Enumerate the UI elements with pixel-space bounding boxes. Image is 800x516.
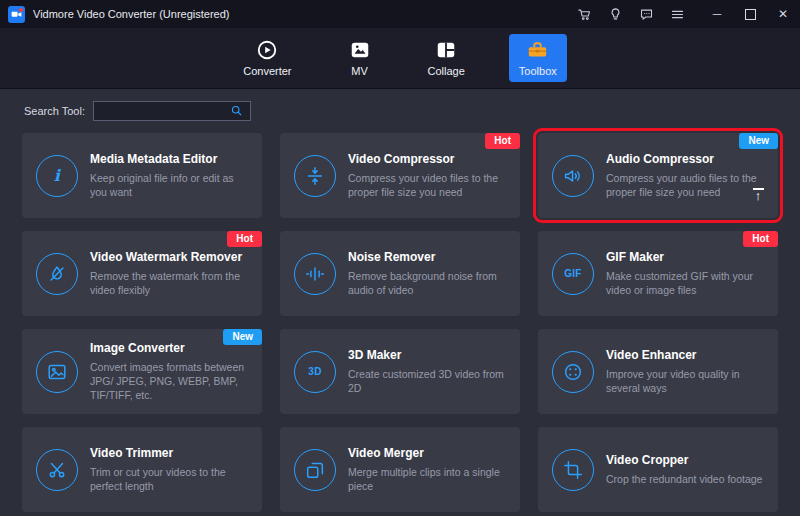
tool-card-text: Media Metadata EditorKeep original file … bbox=[90, 152, 250, 199]
tool-card-description: Improve your video quality in several wa… bbox=[606, 367, 766, 395]
collage-icon bbox=[435, 39, 457, 61]
hot-badge: Hot bbox=[227, 231, 262, 247]
record-dot-icon bbox=[19, 8, 23, 12]
new-badge: New bbox=[223, 329, 262, 345]
trim-icon bbox=[36, 449, 78, 491]
search-label: Search Tool: bbox=[24, 105, 85, 117]
noise-icon bbox=[294, 253, 336, 295]
search-input[interactable] bbox=[94, 102, 224, 120]
tool-card-video-enhancer[interactable]: Video EnhancerImprove your video quality… bbox=[538, 329, 778, 414]
hot-badge: Hot bbox=[743, 231, 778, 247]
toolbox-grid: iMedia Metadata EditorKeep original file… bbox=[0, 121, 800, 512]
tool-card-title: 3D Maker bbox=[348, 348, 508, 362]
tool-card-image-converter[interactable]: Image ConverterConvert images formats be… bbox=[22, 329, 262, 414]
tool-card-text: Video TrimmerTrim or cut your videos to … bbox=[90, 446, 250, 493]
mv-icon bbox=[349, 39, 371, 61]
tool-card-video-merger[interactable]: Video MergerMerge multiple clips into a … bbox=[280, 427, 520, 512]
tool-card-media-metadata-editor[interactable]: iMedia Metadata EditorKeep original file… bbox=[22, 133, 262, 218]
tool-card-video-watermark-remover[interactable]: Video Watermark RemoverRemove the waterm… bbox=[22, 231, 262, 316]
toolbox-icon bbox=[526, 39, 549, 61]
search-box bbox=[93, 101, 251, 121]
tool-card-title: Video Compressor bbox=[348, 152, 508, 166]
tool-card-text: GIF MakerMake customized GIF with your v… bbox=[606, 250, 766, 297]
gif-icon: GIF bbox=[552, 253, 594, 295]
image-icon bbox=[36, 351, 78, 393]
tool-card-text: Video EnhancerImprove your video quality… bbox=[606, 348, 766, 395]
tool-card-3d-maker[interactable]: 3D3D MakerCreate customized 3D video fro… bbox=[280, 329, 520, 414]
crop-icon bbox=[552, 449, 594, 491]
tool-card-title: Video Merger bbox=[348, 446, 508, 460]
tab-label: Collage bbox=[428, 65, 465, 77]
tool-card-description: Compress your audio files to the proper … bbox=[606, 171, 766, 199]
tool-card-title: Audio Compressor bbox=[606, 152, 766, 166]
tab-label: Converter bbox=[243, 65, 291, 77]
enhance-icon bbox=[552, 351, 594, 393]
search-icon bbox=[230, 104, 243, 119]
cart-icon[interactable] bbox=[576, 6, 592, 22]
tool-card-text: Video Watermark RemoverRemove the waterm… bbox=[90, 250, 250, 297]
hot-badge: Hot bbox=[485, 133, 520, 149]
3d-icon: 3D bbox=[294, 351, 336, 393]
minimize-button[interactable]: ─ bbox=[710, 7, 724, 21]
new-badge: New bbox=[739, 133, 778, 149]
tab-label: Toolbox bbox=[519, 65, 557, 77]
tool-card-text: Audio CompressorCompress your audio file… bbox=[606, 152, 766, 199]
tool-card-noise-remover[interactable]: Noise RemoverRemove background noise fro… bbox=[280, 231, 520, 316]
tool-card-title: Video Trimmer bbox=[90, 446, 250, 460]
maximize-icon bbox=[745, 9, 756, 20]
tool-card-title: Video Watermark Remover bbox=[90, 250, 250, 264]
tab-label: MV bbox=[351, 65, 368, 77]
info-icon: i bbox=[36, 155, 78, 197]
tool-card-text: Image ConverterConvert images formats be… bbox=[90, 341, 250, 403]
tool-card-text: Noise RemoverRemove background noise fro… bbox=[348, 250, 508, 297]
tab-collage[interactable]: Collage bbox=[418, 34, 475, 82]
scroll-to-top-button[interactable]: ↑ bbox=[750, 188, 766, 202]
tool-card-video-trimmer[interactable]: Video TrimmerTrim or cut your videos to … bbox=[22, 427, 262, 512]
tool-card-audio-compressor[interactable]: Audio CompressorCompress your audio file… bbox=[538, 133, 778, 218]
scroll-top-arrow-icon: ↑ bbox=[755, 189, 762, 202]
app-title: Vidmore Video Converter (Unregistered) bbox=[33, 8, 229, 20]
tool-card-title: Video Enhancer bbox=[606, 348, 766, 362]
tool-card-title: Video Cropper bbox=[606, 453, 762, 467]
tool-card-description: Create customized 3D video from 2D bbox=[348, 367, 508, 395]
app-logo-icon bbox=[8, 6, 25, 23]
audio-icon bbox=[552, 155, 594, 197]
watermark-icon bbox=[36, 253, 78, 295]
tool-card-video-cropper[interactable]: Video CropperCrop the redundant video fo… bbox=[538, 427, 778, 512]
tool-card-description: Compress your video files to the proper … bbox=[348, 171, 508, 199]
tab-toolbox[interactable]: Toolbox bbox=[509, 34, 567, 82]
lamp-icon[interactable] bbox=[607, 6, 623, 22]
merge-icon bbox=[294, 449, 336, 491]
tab-converter[interactable]: Converter bbox=[233, 34, 301, 82]
converter-icon bbox=[256, 39, 278, 61]
tool-card-text: Video MergerMerge multiple clips into a … bbox=[348, 446, 508, 493]
search-button[interactable] bbox=[224, 102, 250, 120]
tool-card-description: Make customized GIF with your video or i… bbox=[606, 269, 766, 297]
tool-card-description: Trim or cut your videos to the perfect l… bbox=[90, 465, 250, 493]
tool-card-text: 3D MakerCreate customized 3D video from … bbox=[348, 348, 508, 395]
maximize-button[interactable] bbox=[743, 7, 757, 21]
tool-card-description: Merge multiple clips into a single piece bbox=[348, 465, 508, 493]
tool-card-description: Crop the redundant video footage bbox=[606, 472, 762, 486]
menu-icon[interactable] bbox=[669, 6, 685, 22]
tool-card-description: Remove the watermark from the video flex… bbox=[90, 269, 250, 297]
compress-icon bbox=[294, 155, 336, 197]
tool-card-description: Convert images formats between JPG/ JPEG… bbox=[90, 360, 250, 403]
tool-card-gif-maker[interactable]: GIFGIF MakerMake customized GIF with you… bbox=[538, 231, 778, 316]
tool-card-text: Video CompressorCompress your video file… bbox=[348, 152, 508, 199]
tool-card-video-compressor[interactable]: Video CompressorCompress your video file… bbox=[280, 133, 520, 218]
search-row: Search Tool: bbox=[0, 89, 800, 121]
feedback-chat-icon[interactable] bbox=[638, 6, 654, 22]
tool-card-title: Media Metadata Editor bbox=[90, 152, 250, 166]
tab-mv[interactable]: MV bbox=[336, 34, 384, 82]
tool-card-title: GIF Maker bbox=[606, 250, 766, 264]
tab-bar: ConverterMVCollageToolbox bbox=[0, 28, 800, 89]
titlebar-actions bbox=[576, 6, 685, 22]
tool-card-description: Keep original file info or edit as you w… bbox=[90, 171, 250, 199]
tool-card-description: Remove background noise from audio of vi… bbox=[348, 269, 508, 297]
window-controls: ─ ✕ bbox=[710, 7, 790, 21]
tool-card-title: Noise Remover bbox=[348, 250, 508, 264]
close-button[interactable]: ✕ bbox=[776, 7, 790, 21]
titlebar: Vidmore Video Converter (Unregistered) ─… bbox=[0, 0, 800, 28]
tool-card-text: Video CropperCrop the redundant video fo… bbox=[606, 453, 762, 486]
